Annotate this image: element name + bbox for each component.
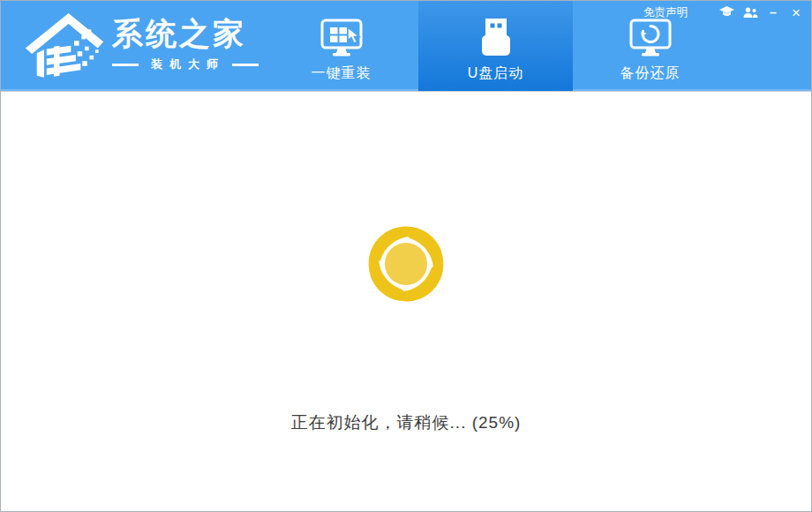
brand-title: 系统之家 — [112, 14, 259, 53]
disclaimer-link[interactable]: 免责声明 — [643, 5, 688, 20]
tab-label: U盘启动 — [468, 64, 524, 83]
house-logo-icon — [24, 6, 105, 80]
minimize-button[interactable]: – — [765, 4, 781, 20]
content-area: 正在初始化，请稍候... (25%) — [1, 91, 811, 511]
init-status-text: 正在初始化，请稍候... (25%) — [1, 411, 811, 434]
header-bar: 系统之家 装机大师 — [1, 1, 811, 91]
close-button[interactable]: × — [788, 4, 804, 20]
logo-text-block: 系统之家 装机大师 — [112, 14, 259, 72]
user-group-icon[interactable] — [743, 7, 758, 19]
monitor-restore-icon — [629, 19, 672, 57]
subtitle-dash-left — [112, 64, 139, 66]
support-cap-icon[interactable] — [719, 6, 734, 19]
tab-label: 一键重装 — [312, 64, 372, 83]
titlebar-actions: 免责声明 – × — [643, 4, 804, 20]
tab-label: 备份还原 — [620, 64, 680, 83]
tab-usb-boot[interactable]: U盘启动 — [418, 1, 573, 91]
brand-subtitle: 装机大师 — [151, 56, 225, 72]
brand-subtitle-row: 装机大师 — [112, 56, 259, 72]
usb-drive-icon — [477, 17, 515, 57]
subtitle-dash-right — [232, 64, 259, 66]
app-logo: 系统之家 装机大师 — [24, 6, 259, 80]
tab-one-key-reinstall[interactable]: 一键重装 — [264, 1, 418, 91]
loading-spinner-icon — [365, 222, 447, 305]
monitor-windows-icon — [320, 19, 363, 57]
app-window: 系统之家 装机大师 — [0, 0, 812, 512]
